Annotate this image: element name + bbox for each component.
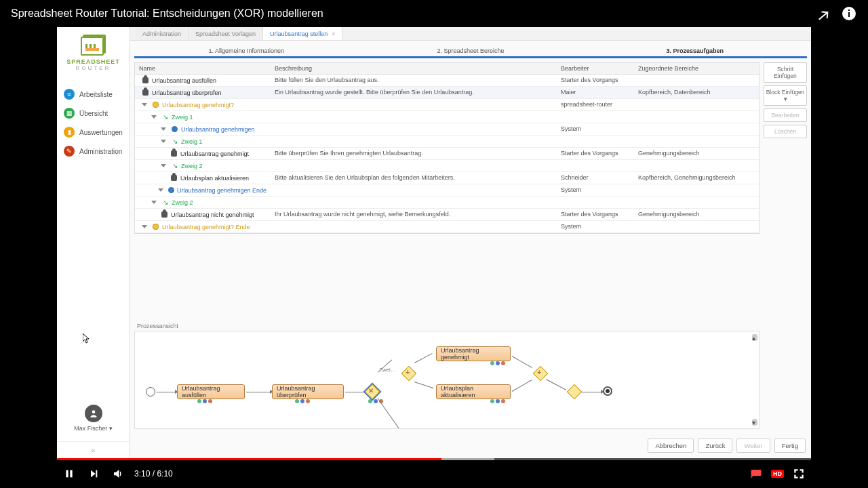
diagram-scroll-up[interactable]: ▴ <box>752 334 757 341</box>
volume-button[interactable] <box>106 464 130 484</box>
row-desc <box>271 136 557 147</box>
table-row[interactable]: Urlaubsantrag genehmigtBitte überprüfen … <box>135 148 759 160</box>
bpmn-start-event[interactable] <box>146 387 155 396</box>
nav-overview[interactable]: ▦ Übersicht <box>57 104 130 123</box>
row-editor <box>557 111 634 123</box>
video-progress-bar[interactable] <box>57 458 811 460</box>
row-name: Urlaubsantrag genehmigt <box>180 150 249 157</box>
person-icon <box>170 150 178 157</box>
expand-caret-icon[interactable] <box>142 103 147 106</box>
row-name: Urlaubsplan aktualisieren <box>180 175 249 182</box>
share-icon[interactable] <box>814 5 830 22</box>
expand-caret-icon[interactable] <box>161 140 166 143</box>
table-row[interactable]: Urlaubsantrag genehmigt? EndeSystem <box>135 221 759 233</box>
video-title: Spreadsheet Router Tutorial: Entscheidun… <box>11 7 323 20</box>
sidebar-collapse[interactable]: « <box>57 441 130 458</box>
flow-arrow <box>378 398 401 429</box>
fullscreen-button[interactable] <box>787 464 811 484</box>
row-desc <box>271 184 557 196</box>
flow-arrow <box>246 392 271 392</box>
mouse-cursor-icon <box>83 333 91 344</box>
wizard-step-1[interactable]: 1. Allgemeine Informationen <box>134 45 359 58</box>
process-diagram[interactable]: Urlaubsantrag ausfüllen Urlaubsantrag üb… <box>134 331 760 429</box>
table-row[interactable]: ↘Zweig 1 <box>135 111 759 123</box>
expand-caret-icon[interactable] <box>161 164 166 167</box>
nav-reports[interactable]: ▮ Auswertungen <box>57 123 130 142</box>
table-row[interactable]: Urlaubsantrag genehmigenSystem <box>135 123 759 136</box>
bpmn-task-4[interactable]: Urlaubsplan aktualisieren <box>436 384 511 399</box>
next-video-button[interactable] <box>81 464 106 484</box>
tab-templates[interactable]: Spreadsheet Vorlagen <box>189 27 263 40</box>
row-name: Urlaubsantrag ausfüllen <box>152 77 216 84</box>
info-icon[interactable] <box>841 5 857 22</box>
row-name: Urlaubsantrag überprüfen <box>152 89 222 96</box>
svg-rect-1 <box>848 12 850 17</box>
row-zones <box>634 75 759 86</box>
table-icon: ▦ <box>64 108 75 119</box>
row-zones <box>634 123 759 135</box>
nav-worklist[interactable]: ≡ Arbeitsliste <box>57 85 130 104</box>
row-name: Zweig 1 <box>181 138 203 145</box>
bpmn-end-event[interactable] <box>603 386 612 396</box>
flow-arrow <box>345 392 366 392</box>
expand-caret-icon[interactable] <box>151 201 157 204</box>
table-row[interactable]: ↘Zweig 1 <box>135 136 759 148</box>
table-row[interactable]: Urlaubsantrag überprüfenEin Urlaubsantra… <box>135 87 759 99</box>
diagram-title: Prozessansicht <box>134 319 760 331</box>
expand-caret-icon[interactable] <box>151 115 157 119</box>
col-desc[interactable]: Beschreibung <box>271 63 557 74</box>
svg-rect-6 <box>96 470 97 478</box>
cancel-button[interactable]: Abbrechen <box>648 439 694 453</box>
nav-overview-label: Übersicht <box>79 110 108 117</box>
flow-arrow <box>512 380 532 392</box>
plus-marker-icon: + <box>406 368 410 376</box>
delete-button[interactable]: Löschen <box>764 125 807 138</box>
wizard-step-3[interactable]: 3. Prozessaufgaben <box>583 45 807 58</box>
flow-arrow <box>157 392 176 392</box>
diagram-scroll-down[interactable]: ▾ <box>752 419 757 426</box>
subtitles-button[interactable] <box>744 464 768 484</box>
avatar[interactable] <box>85 405 102 422</box>
done-button[interactable]: Fertig <box>774 439 806 453</box>
next-button[interactable]: Weiter <box>736 439 770 453</box>
close-icon[interactable]: × <box>332 30 335 37</box>
bpmn-task-1[interactable]: Urlaubsantrag ausfüllen <box>177 384 245 399</box>
table-row[interactable]: Urlaubsantrag nicht genehmigtIhr Urlaubs… <box>135 209 759 221</box>
row-editor: Starter des Vorgangs <box>557 75 634 86</box>
row-desc <box>271 123 557 135</box>
tab-current-process[interactable]: Urlaubsantrag stellen× <box>263 27 342 40</box>
expand-caret-icon[interactable] <box>158 188 163 192</box>
chart-icon: ▮ <box>64 127 75 138</box>
branch-icon: ↘ <box>161 199 169 206</box>
nav-admin[interactable]: ✎ Administration <box>57 142 130 161</box>
table-row[interactable]: Urlaubsantrag ausfüllenBitte füllen Sie … <box>135 75 759 87</box>
bpmn-task-3[interactable]: Urlaubsantrag genehmigt <box>436 346 511 361</box>
bpmn-xor-gateway-merge[interactable] <box>567 384 583 400</box>
table-row[interactable]: ↘Zweig 2 <box>135 160 759 172</box>
col-zones[interactable]: Zugeordnete Bereiche <box>634 63 759 74</box>
row-desc <box>271 197 557 208</box>
svg-rect-4 <box>66 470 68 478</box>
table-row[interactable]: Urlaubsplan aktualisierenBitte aktualisi… <box>135 172 759 184</box>
tab-administration[interactable]: Administration <box>136 27 189 40</box>
col-name[interactable]: Name <box>135 63 271 74</box>
table-row[interactable]: Urlaubsantrag genehmigt?spreadsheet-rout… <box>135 99 759 111</box>
row-zones: Genehmigungsbereich <box>634 209 759 220</box>
wizard-step-2[interactable]: 2. Spreadsheet Bereiche <box>359 45 583 58</box>
col-editor[interactable]: Bearbeiter <box>557 63 634 74</box>
edit-button[interactable]: Bearbeiten <box>764 108 807 122</box>
expand-caret-icon[interactable] <box>142 225 147 228</box>
pause-button[interactable] <box>57 464 81 484</box>
user-name[interactable]: Max Fischer ▾ <box>74 425 113 432</box>
list-icon: ≡ <box>64 89 75 100</box>
table-row[interactable]: ↘Zweig 2 <box>135 197 759 209</box>
quality-badge[interactable]: HD <box>771 470 784 478</box>
expand-caret-icon[interactable] <box>161 127 166 131</box>
insert-block-button[interactable]: Block Einfügen ▾ <box>764 85 807 106</box>
insert-step-button[interactable]: Schritt Einfügen <box>764 62 807 83</box>
table-row[interactable]: Urlaubsantrag genehmigen EndeSystem <box>135 184 759 197</box>
process-task-table: Name Beschreibung Bearbeiter Zugeordnete… <box>134 62 760 234</box>
back-button[interactable]: Zurück <box>698 439 732 453</box>
bpmn-task-2[interactable]: Urlaubsantrag überprüfen <box>272 384 344 399</box>
row-editor <box>557 160 634 171</box>
